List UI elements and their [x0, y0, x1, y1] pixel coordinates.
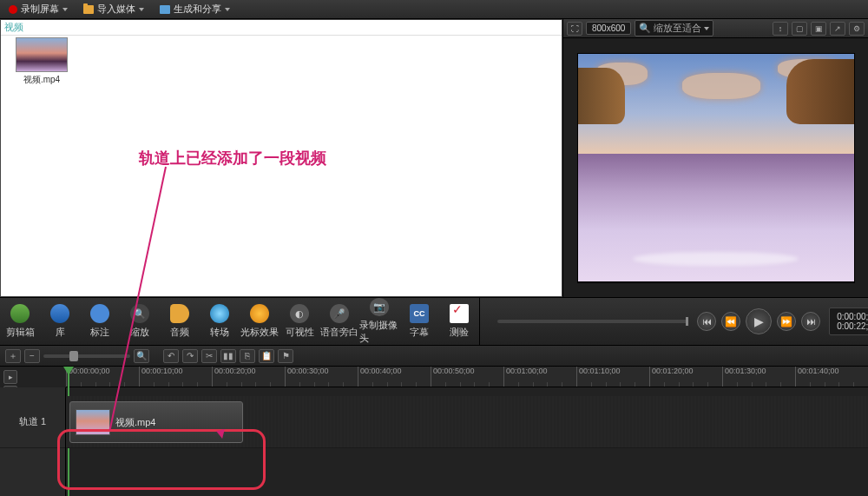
tab-callout[interactable]: 标注	[80, 298, 120, 345]
forward-button[interactable]: ⏩	[777, 312, 796, 331]
callout-icon	[90, 304, 109, 323]
tool-redo[interactable]: ↷	[182, 349, 198, 363]
chevron-down-icon	[62, 8, 68, 11]
media-item-label: 视频.mp4	[11, 74, 72, 86]
ruler-tick: 00:00:10;00	[139, 367, 183, 387]
cc-icon: CC	[410, 304, 429, 323]
share-icon	[160, 5, 170, 14]
top-toolbar: 录制屏幕 导入媒体 生成和分享	[0, 0, 868, 19]
produce-share-button[interactable]: 生成和分享	[155, 1, 235, 17]
preview-stage	[563, 38, 868, 297]
ruler-tick: 00:01:40;00	[795, 367, 839, 387]
tab-caption[interactable]: CC字幕	[399, 298, 439, 345]
tab-clipbin[interactable]: 剪辑箱	[0, 298, 40, 345]
tab-camera[interactable]: 📷录制摄像头	[359, 298, 399, 345]
media-item[interactable]: 视频.mp4	[11, 37, 72, 86]
camera-icon: 📷	[370, 298, 389, 316]
preview-size-selector[interactable]: 800x600	[586, 22, 631, 35]
tab-label: 库	[56, 326, 65, 339]
transition-icon	[210, 304, 229, 323]
track-1-header[interactable]: 轨道 1	[0, 396, 65, 448]
clipbin-icon	[10, 304, 30, 323]
annotation-arrow-icon	[216, 429, 227, 440]
folder-icon	[83, 5, 94, 14]
timeline-ruler[interactable]: 00:00:00;0000:00:10;0000:00:20;0000:00:3…	[66, 367, 868, 387]
tool-undo[interactable]: ↶	[163, 349, 179, 363]
track-headers: 轨道 1	[0, 387, 66, 496]
tab-label: 可视性	[286, 326, 314, 339]
tab-label: 测验	[450, 326, 469, 339]
tab-zoom[interactable]: 🔍缩放	[120, 298, 160, 345]
zoom-slider[interactable]	[43, 354, 130, 358]
playback-progress[interactable]	[497, 320, 688, 323]
add-track-button[interactable]: ＋	[5, 349, 21, 363]
tab-label: 语音旁白	[320, 326, 358, 339]
ruler-tick: 00:00:30;00	[285, 367, 329, 387]
tool-paste[interactable]: 📋	[259, 349, 274, 363]
voice-icon: 🎤	[330, 304, 349, 323]
track-expand-button[interactable]: ▸	[3, 370, 17, 384]
tool-cut[interactable]: ✂	[201, 349, 217, 363]
tab-label: 光标效果	[240, 326, 279, 339]
track-1-lane[interactable]: 视频.mp4	[66, 396, 868, 448]
library-icon	[50, 304, 69, 323]
timeline-toolbar: ＋ − 🔍 ↶ ↷ ✂ ▮▮ ⎘ 📋 ⚑	[0, 346, 868, 367]
tool-marker[interactable]: ⚑	[278, 349, 293, 363]
ruler-tick: 00:00:20;00	[212, 367, 256, 387]
tab-cursor[interactable]: 光标效果	[240, 298, 279, 345]
tool-button-2[interactable]: ▢	[792, 22, 807, 36]
track-lanes: 视频.mp4	[66, 387, 868, 496]
tab-quiz[interactable]: 测验	[439, 298, 479, 345]
timeline: ▸ ⋮ 00:00:00;0000:00:10;0000:00:20;0000:…	[0, 367, 868, 496]
clip-label: 视频.mp4	[115, 416, 155, 429]
tool-button-5[interactable]: ⚙	[849, 22, 865, 36]
next-button[interactable]: ⏭	[801, 312, 820, 331]
tab-visual[interactable]: ◐可视性	[279, 298, 319, 345]
search-icon: 🔍	[639, 23, 651, 34]
tab-label: 音频	[170, 326, 189, 339]
chevron-down-icon	[139, 8, 144, 11]
tab-label: 标注	[90, 326, 109, 339]
tab-voice[interactable]: 🎤语音旁白	[319, 298, 359, 345]
fullscreen-icon[interactable]: ⛶	[567, 22, 582, 36]
visual-icon: ◐	[290, 304, 309, 323]
tool-split[interactable]: ▮▮	[220, 349, 236, 363]
zoom-fit-icon[interactable]: 🔍	[134, 349, 149, 363]
chevron-down-icon	[704, 27, 709, 30]
main-area: 视频 视频.mp4 ⛶ 800x600 🔍缩放至适合 ↕ ▢ ▣ ↗ ⚙	[0, 19, 868, 297]
tab-label: 转场	[210, 326, 229, 339]
tool-tabs: 剪辑箱 库 标注 🔍缩放 音频 转场 光标效果 ◐可视性 🎤语音旁白 📷录制摄像…	[0, 298, 479, 345]
playback-time: 0:00:00;00 / 0:00:22;02	[829, 308, 868, 335]
playback-controls: ⏮ ⏪ ▶ ⏩ ⏭	[697, 308, 820, 334]
tab-label: 字幕	[410, 326, 429, 339]
cursor-icon	[250, 304, 269, 323]
ruler-tick: 00:01:20;00	[649, 367, 694, 387]
import-media-button[interactable]: 导入媒体	[78, 1, 149, 17]
ruler-tick: 00:00:50;00	[431, 367, 475, 387]
ruler-tick: 00:01:10;00	[576, 367, 621, 387]
rewind-button[interactable]: ⏪	[721, 312, 740, 331]
play-button[interactable]: ▶	[746, 308, 772, 334]
tab-label: 剪辑箱	[6, 326, 35, 339]
tab-library[interactable]: 库	[40, 298, 80, 345]
tool-button-4[interactable]: ↗	[830, 22, 845, 36]
chevron-down-icon	[225, 8, 230, 11]
tab-label: 录制摄像头	[359, 319, 399, 345]
prev-button[interactable]: ⏮	[697, 312, 716, 331]
record-screen-button[interactable]: 录制屏幕	[3, 1, 73, 17]
remove-track-button[interactable]: −	[24, 349, 40, 363]
tab-transition[interactable]: 转场	[200, 298, 240, 345]
tab-audio[interactable]: 音频	[160, 298, 200, 345]
ruler-tick: 00:00:40;00	[358, 367, 402, 387]
ruler-tick: 00:01:30;00	[722, 367, 766, 387]
preview-toolbar: ⛶ 800x600 🔍缩放至适合 ↕ ▢ ▣ ↗ ⚙	[563, 19, 868, 38]
tool-copy[interactable]: ⎘	[240, 349, 255, 363]
zoom-fit-dropdown[interactable]: 🔍缩放至适合	[635, 20, 713, 36]
share-label: 生成和分享	[174, 3, 221, 16]
tool-button-1[interactable]: ↕	[773, 22, 788, 36]
annotation-text: 轨道上已经添加了一段视频	[139, 148, 326, 169]
quiz-icon	[450, 304, 469, 323]
preview-canvas[interactable]	[577, 53, 855, 283]
record-icon	[9, 5, 17, 14]
tool-button-3[interactable]: ▣	[811, 22, 826, 36]
